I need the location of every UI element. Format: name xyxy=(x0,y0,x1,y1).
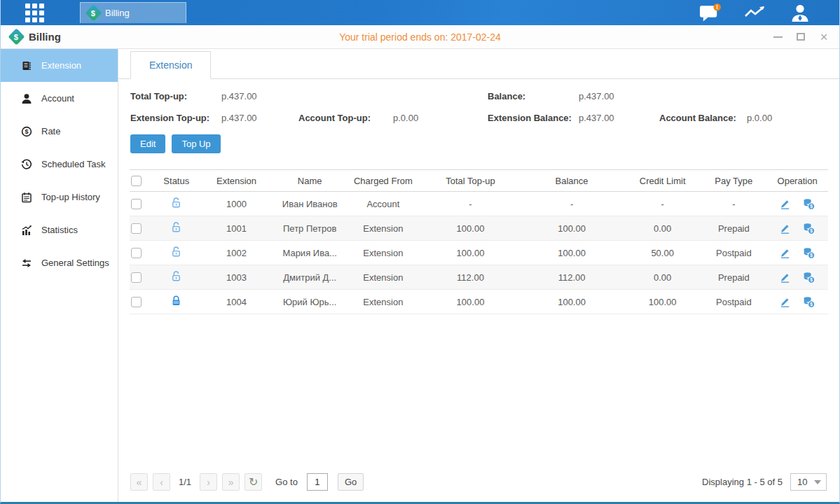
row-checkbox[interactable] xyxy=(131,199,142,209)
notebook-icon xyxy=(21,60,32,71)
row-checkbox[interactable] xyxy=(131,223,142,234)
cell-balance: 100.00 xyxy=(519,297,624,307)
table-row: 1000 Иван Иванов Account - - - - xyxy=(130,192,828,216)
edit-row-icon[interactable] xyxy=(779,223,791,234)
table-row: 1003 Дмитрий Д... Extension 112.00 112.0… xyxy=(130,265,828,290)
dollar-circle-icon: $ xyxy=(21,126,32,137)
history-clock-icon xyxy=(21,159,32,170)
table-header-row: Status Extension Name Charged From Total… xyxy=(130,169,828,192)
cell-total-topup: 100.00 xyxy=(422,297,520,307)
sidebar-item-rate[interactable]: $ Rate xyxy=(1,115,118,148)
cell-pay-type: Prepaid xyxy=(701,272,766,283)
edit-row-icon[interactable] xyxy=(779,198,791,210)
extension-topup-label: Extension Top-up: xyxy=(130,113,221,123)
status-lock-icon[interactable] xyxy=(155,295,198,309)
account-balance-label: Account Balance: xyxy=(659,113,747,123)
edit-row-icon[interactable] xyxy=(779,296,791,308)
billing-window: $ Billing ! xyxy=(0,0,840,504)
unlocked-icon xyxy=(170,270,182,282)
sliders-icon xyxy=(21,258,32,269)
sidebar-item-scheduled-task[interactable]: Scheduled Task xyxy=(1,148,118,181)
refresh-icon[interactable]: ↻ xyxy=(245,473,262,491)
extension-topup-value: p.437.00 xyxy=(221,113,298,123)
page-size-value: 10 xyxy=(797,477,807,487)
cell-charged-from: Account xyxy=(345,199,422,209)
status-lock-icon[interactable] xyxy=(155,221,198,235)
prev-page-button[interactable]: ‹ xyxy=(153,473,170,491)
cell-name: Дмитрий Д... xyxy=(275,272,345,283)
first-page-button[interactable]: « xyxy=(130,473,148,491)
calendar-icon xyxy=(21,192,32,203)
maximize-button[interactable] xyxy=(795,31,806,43)
notifications-icon[interactable]: ! xyxy=(699,4,722,22)
cell-name: Петр Петров xyxy=(275,223,345,234)
svg-text:!: ! xyxy=(716,4,718,10)
tab-strip: Extension xyxy=(118,49,839,79)
table-row: 1001 Петр Петров Extension 100.00 100.00… xyxy=(130,216,828,241)
cell-pay-type: Prepaid xyxy=(701,223,766,234)
extension-balance-label: Extension Balance: xyxy=(488,113,579,123)
cell-total-topup: 100.00 xyxy=(422,248,520,258)
cell-charged-from: Extension xyxy=(345,223,422,234)
trial-notice: Your trial period ends on: 2017-02-24 xyxy=(1,31,839,43)
cell-total-topup: - xyxy=(422,199,520,209)
top-up-row-icon[interactable]: $ xyxy=(802,197,815,211)
topbar-right-icons: ! xyxy=(699,0,811,25)
cell-credit-limit: - xyxy=(624,199,701,209)
top-up-button[interactable]: Top Up xyxy=(172,134,220,153)
taskbar-tab-billing[interactable]: $ Billing xyxy=(80,2,186,23)
total-topup-label: Total Top-up: xyxy=(130,91,221,102)
account-topup-value: p.0.00 xyxy=(393,113,488,123)
cell-credit-limit: 50.00 xyxy=(624,248,701,258)
cell-credit-limit: 100.00 xyxy=(624,297,701,307)
sidebar-item-statistics[interactable]: Statistics xyxy=(1,214,118,246)
sidebar-item-account[interactable]: Account xyxy=(1,82,118,115)
cell-credit-limit: 0.00 xyxy=(624,223,701,234)
app-launcher-icon[interactable] xyxy=(25,4,50,22)
cell-name: Мария Ива... xyxy=(275,248,345,258)
status-lock-icon[interactable] xyxy=(155,246,198,260)
status-lock-icon[interactable] xyxy=(155,197,198,211)
person-icon xyxy=(21,93,32,104)
page-size-select[interactable]: 10 xyxy=(790,473,827,491)
minimize-button[interactable] xyxy=(772,31,783,43)
goto-page-input[interactable] xyxy=(307,473,328,491)
app-top-bar: $ Billing ! xyxy=(1,0,839,25)
cell-balance: 100.00 xyxy=(519,248,624,258)
cell-charged-from: Extension xyxy=(345,297,422,307)
go-button[interactable]: Go xyxy=(338,473,364,491)
top-up-row-icon[interactable]: $ xyxy=(802,295,815,309)
svg-text:$: $ xyxy=(810,204,813,209)
sidebar-item-extension[interactable]: Extension xyxy=(1,49,118,82)
table-row: 1002 Мария Ива... Extension 100.00 100.0… xyxy=(130,241,828,265)
svg-text:$: $ xyxy=(810,302,813,307)
next-page-button[interactable]: › xyxy=(200,473,217,491)
edit-button[interactable]: Edit xyxy=(130,134,165,153)
edit-row-icon[interactable] xyxy=(779,272,791,284)
close-button[interactable]: × xyxy=(818,31,829,43)
reports-chart-icon[interactable] xyxy=(744,4,766,22)
row-checkbox[interactable] xyxy=(131,272,142,283)
top-up-row-icon[interactable]: $ xyxy=(802,222,815,235)
status-lock-icon[interactable] xyxy=(155,270,198,284)
sidebar-item-topup-history[interactable]: Top-up History xyxy=(1,181,118,214)
tab-extension[interactable]: Extension xyxy=(130,51,211,79)
row-checkbox[interactable] xyxy=(131,248,142,258)
col-header-name: Name xyxy=(275,176,345,186)
row-checkbox[interactable] xyxy=(131,297,142,307)
edit-row-icon[interactable] xyxy=(779,247,791,259)
goto-label: Go to xyxy=(275,477,298,487)
select-all-checkbox[interactable] xyxy=(131,176,142,186)
total-topup-value: p.437.00 xyxy=(221,91,298,102)
top-up-row-icon[interactable]: $ xyxy=(802,271,815,284)
table-row: 1004 Юрий Юрь... Extension 100.00 100.00… xyxy=(130,290,828,314)
cell-total-topup: 100.00 xyxy=(422,223,520,234)
sidebar-item-general-settings[interactable]: General Settings xyxy=(1,246,118,279)
balance-summary: Total Top-up: p.437.00 Balance: p.437.00… xyxy=(130,79,828,126)
cell-extension: 1002 xyxy=(198,248,275,258)
top-up-row-icon[interactable]: $ xyxy=(802,246,815,260)
last-page-button[interactable]: » xyxy=(222,473,240,491)
cell-balance: - xyxy=(519,199,624,209)
window-title: $ Billing xyxy=(11,31,61,43)
user-account-icon[interactable] xyxy=(789,4,811,22)
